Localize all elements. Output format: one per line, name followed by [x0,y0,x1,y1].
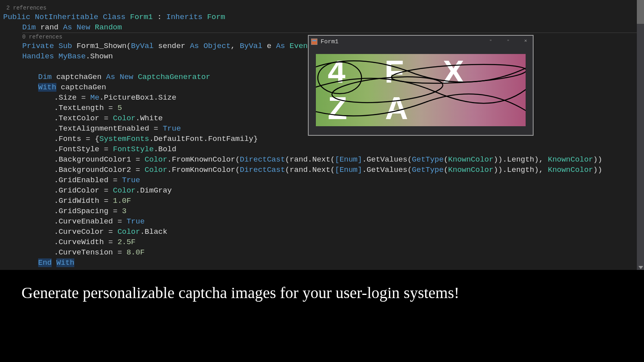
captcha-curves [316,54,526,126]
code-line-dim-rand: Dim rand As New Random [22,22,644,33]
captcha-image: 4 F X Z A [316,54,526,126]
code-line-class: Public NotInheritable Class Form1 : Inhe… [3,12,644,22]
form-icon [311,39,317,45]
vertical-scrollbar[interactable] [637,0,644,270]
code-line-endwith: End With [38,258,644,268]
code-line-gridenabled: .GridEnabled = True [54,175,644,185]
codelens-references-1[interactable]: 2 references [6,4,644,12]
svg-point-2 [318,62,362,94]
minimize-button[interactable]: ▫ [486,38,495,46]
scroll-down-arrow-icon[interactable] [638,266,643,269]
code-line-curveenabled: .CurveEnabled = True [54,216,644,227]
form1-body: 4 F X Z A [309,48,533,133]
code-line-bg1: .BackgroundColor1 = Color.FromKnownColor… [54,154,644,165]
code-line-fontstyle: .FontStyle = FontStyle.Bold [54,144,644,154]
code-line-gridcolor: .GridColor = Color.DimGray [54,185,644,196]
caption-bar: Generate personalizable captcha images f… [0,270,644,362]
form1-window[interactable]: Form1 ▫ ▫ ✕ 4 F X Z A [308,35,534,136]
code-line-curvewidth: .CurveWidth = 2.5F [54,237,644,247]
code-line-gridwidth: .GridWidth = 1.0F [54,196,644,206]
form1-title: Form1 [321,39,486,45]
code-line-curvecolor: .CurveColor = Color.Black [54,227,644,237]
caption-text: Generate personalizable captcha images f… [21,283,459,302]
code-line-gridspacing: .GridSpacing = 3 [54,206,644,216]
svg-point-1 [391,62,526,86]
close-button[interactable]: ✕ [521,38,530,46]
form1-titlebar[interactable]: Form1 ▫ ▫ ✕ [309,36,533,48]
scrollbar-thumb[interactable] [637,0,644,24]
code-line-bg2: .BackgroundColor2 = Color.FromKnownColor… [54,165,644,175]
maximize-button[interactable]: ▫ [503,38,513,46]
code-line-curvetension: .CurveTension = 8.0F [54,247,644,258]
